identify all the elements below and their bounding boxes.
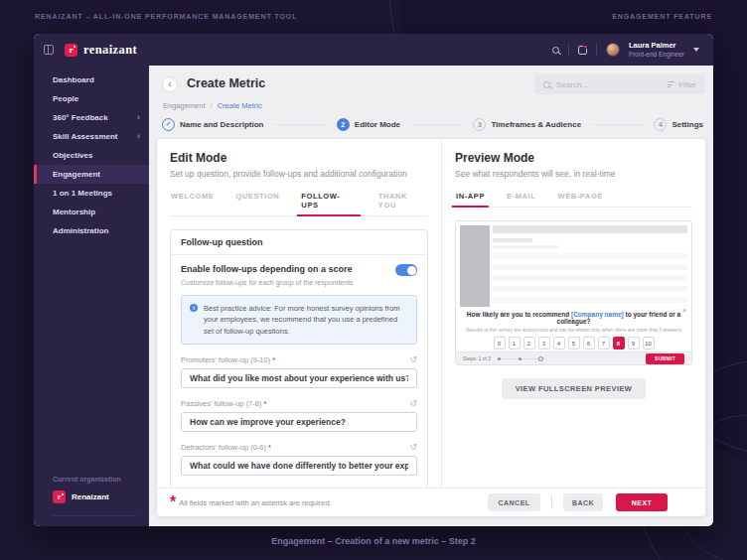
info-text: Best practice advice: For more honest su… bbox=[204, 303, 408, 337]
close-icon[interactable]: × bbox=[682, 307, 686, 314]
toggle-label: Enable follow-ups depending on a score bbox=[181, 264, 353, 274]
search-bar[interactable]: Search... Filter bbox=[534, 74, 705, 94]
next-button[interactable]: NEXT bbox=[616, 493, 668, 511]
passives-follow-up-input[interactable] bbox=[181, 412, 417, 432]
app-logo[interactable]: r renaizant bbox=[65, 43, 137, 58]
step-number: 3 bbox=[473, 118, 486, 131]
tab-in-app[interactable]: IN-APP bbox=[455, 192, 486, 207]
score-3[interactable]: 3 bbox=[538, 337, 550, 350]
tab-thank-you[interactable]: THANK YOU bbox=[377, 192, 428, 215]
preview-mode-title: Preview Mode bbox=[455, 151, 692, 165]
score-2[interactable]: 2 bbox=[523, 337, 535, 350]
notifications-icon[interactable] bbox=[578, 46, 587, 55]
chrome-title-left: RENAIZANT – ALL-IN-ONE PERFORMANCE MANAG… bbox=[35, 13, 297, 20]
field-label: Passives' follow-up (7-8) bbox=[181, 399, 266, 408]
edit-mode-tabs: WELCOME QUESTION FOLLOW-UPS THANK YOU bbox=[170, 192, 428, 216]
brand-mark-icon: r bbox=[65, 44, 77, 57]
submit-button[interactable]: SUBMIT bbox=[646, 353, 684, 364]
sidebar-collapse-icon[interactable] bbox=[44, 45, 54, 55]
page-title: Create Metric bbox=[187, 76, 265, 90]
score-0[interactable]: 0 bbox=[494, 337, 506, 350]
score-7[interactable]: 7 bbox=[598, 337, 610, 350]
survey-progress bbox=[498, 358, 543, 359]
chevron-right-icon bbox=[137, 132, 140, 141]
back-button[interactable] bbox=[162, 76, 178, 92]
score-8-selected[interactable]: 8 bbox=[613, 337, 625, 350]
cancel-button[interactable]: CANCEL bbox=[488, 493, 540, 511]
current-organization-label: Current organization bbox=[53, 476, 137, 483]
tab-e-mail[interactable]: E-MAIL bbox=[506, 192, 536, 207]
header-divider bbox=[596, 44, 597, 56]
score-4[interactable]: 4 bbox=[553, 337, 565, 350]
chevron-down-icon[interactable] bbox=[693, 48, 699, 52]
score-9[interactable]: 9 bbox=[628, 337, 640, 350]
user-info[interactable]: Laura Palmer Front-end Engineer bbox=[629, 42, 684, 58]
current-organization: Current organization r Renaizant bbox=[53, 476, 137, 516]
wireframe-subtitle-line bbox=[493, 245, 558, 248]
score-10[interactable]: 10 bbox=[643, 337, 655, 350]
avatar[interactable] bbox=[606, 43, 620, 57]
reset-icon[interactable] bbox=[409, 399, 417, 408]
detractors-follow-up-field: Detractors' follow-up (0-6) bbox=[181, 443, 417, 476]
search-icon[interactable] bbox=[552, 47, 559, 54]
score-5[interactable]: 5 bbox=[568, 337, 580, 350]
sidebar-item-1-on-1-meetings[interactable]: 1 on 1 Meetings bbox=[34, 184, 149, 203]
promoters-follow-up-field: Promoters' follow-up (9-10) bbox=[181, 355, 417, 388]
sidebar: Dashboard People 360° Feedback Skill Ass… bbox=[34, 66, 149, 526]
step-connector bbox=[273, 124, 326, 125]
follow-up-panel-title: Follow-up question bbox=[171, 230, 427, 255]
survey-modal: × How likely are you to recommend [Compa… bbox=[456, 307, 691, 351]
wireframe-row bbox=[493, 275, 687, 281]
tab-web-page[interactable]: WEB-PAGE bbox=[556, 192, 604, 207]
best-practice-info-box: i Best practice advice: For more honest … bbox=[181, 295, 417, 345]
footer-divider bbox=[551, 495, 552, 509]
sidebar-item-mentorship[interactable]: Mentorship bbox=[34, 203, 149, 221]
wireframe-row bbox=[493, 264, 687, 270]
survey-question: How likely are you to recommend [Company… bbox=[456, 307, 691, 325]
stepper: ✓ Name and Description 2 Editor Mode 3 T… bbox=[162, 117, 703, 131]
view-fullscreen-preview-button[interactable]: VIEW FULLSCREEN PREVIEW bbox=[502, 378, 647, 399]
filter-button[interactable]: Filter bbox=[668, 80, 696, 89]
sidebar-item-people[interactable]: People bbox=[34, 89, 149, 108]
score-6[interactable]: 6 bbox=[583, 337, 595, 350]
sidebar-item-objectives[interactable]: Objectives bbox=[34, 146, 149, 165]
reset-icon[interactable] bbox=[409, 443, 417, 452]
back-step-button[interactable]: BACK bbox=[563, 493, 603, 511]
step-editor-mode[interactable]: 2 Editor Mode bbox=[337, 118, 400, 131]
editor-card: Edit Mode Set up question, provide follo… bbox=[157, 139, 705, 516]
progress-dot bbox=[498, 357, 501, 360]
wireframe-row bbox=[493, 253, 687, 259]
screen-caption: Engagement – Creation of a new metric – … bbox=[0, 536, 747, 546]
edit-mode-pane: Edit Mode Set up question, provide follo… bbox=[157, 139, 442, 488]
preview-viewport: × How likely are you to recommend [Compa… bbox=[455, 220, 692, 365]
step-connector bbox=[591, 124, 644, 125]
organization-switcher[interactable]: r Renaizant bbox=[53, 490, 137, 503]
step-connector bbox=[410, 124, 463, 125]
detractors-follow-up-input[interactable] bbox=[181, 456, 417, 476]
breadcrumb-parent[interactable]: Engagement bbox=[163, 101, 206, 110]
field-label: Detractors' follow-up (0-6) bbox=[181, 443, 271, 452]
sidebar-item-engagement[interactable]: Engagement bbox=[34, 165, 149, 184]
sidebar-item-administration[interactable]: Administration bbox=[34, 221, 149, 240]
step-settings[interactable]: 4 Settings bbox=[654, 118, 703, 131]
reset-icon[interactable] bbox=[409, 355, 417, 364]
tab-follow-ups[interactable]: FOLLOW-UPS bbox=[300, 192, 357, 215]
notification-badge bbox=[583, 45, 588, 50]
tab-question[interactable]: QUESTION bbox=[234, 192, 280, 215]
main-content: Create Metric Search... Filter Engagemen… bbox=[149, 66, 713, 526]
follow-ups-toggle[interactable] bbox=[395, 264, 417, 276]
sidebar-item-dashboard[interactable]: Dashboard bbox=[34, 70, 149, 89]
survey-footer: Steps: 1 of 3 SUBMIT bbox=[456, 351, 691, 364]
preview-mode-tabs: IN-APP E-MAIL WEB-PAGE bbox=[455, 192, 692, 208]
score-1[interactable]: 1 bbox=[509, 337, 521, 350]
sidebar-item-skill-assessment[interactable]: Skill Assessment bbox=[34, 127, 149, 146]
org-logo-icon: r bbox=[53, 490, 66, 503]
step-timeframes-audience[interactable]: 3 Timeframes & Audience bbox=[473, 118, 581, 131]
sidebar-item-360-feedback[interactable]: 360° Feedback bbox=[34, 108, 149, 127]
step-name-and-description[interactable]: ✓ Name and Description bbox=[162, 118, 263, 131]
breadcrumb-current[interactable]: Create Metric bbox=[218, 101, 262, 110]
info-icon: i bbox=[190, 304, 198, 312]
search-placeholder: Search... bbox=[556, 80, 588, 89]
tab-welcome[interactable]: WELCOME bbox=[170, 192, 215, 215]
promoters-follow-up-input[interactable] bbox=[181, 368, 417, 388]
